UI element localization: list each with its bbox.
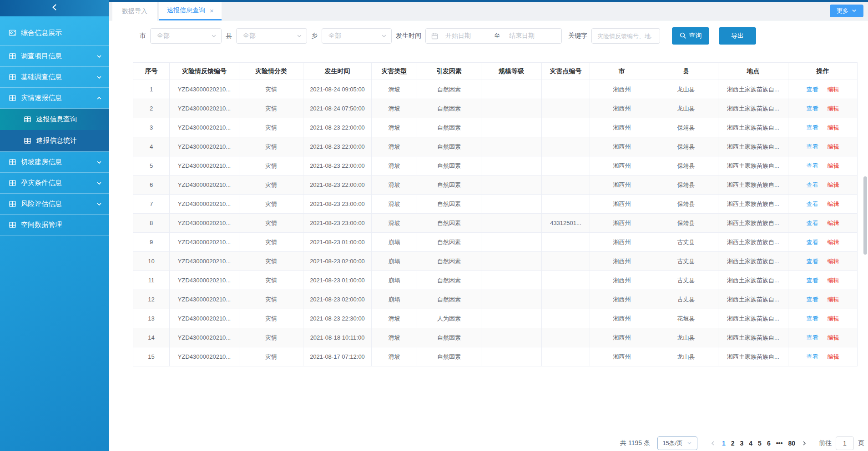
sidebar-subitem[interactable]: 速报信息统计 [0, 130, 109, 151]
sidebar-item[interactable]: 综合信息展示 [0, 20, 109, 46]
view-link[interactable]: 查看 [807, 334, 818, 341]
table-icon [24, 115, 31, 123]
view-link[interactable]: 查看 [807, 220, 818, 226]
cell-no: 13 [133, 309, 170, 328]
cell-actions: 查看编辑 [788, 80, 858, 99]
county-select[interactable]: 全部 [236, 28, 307, 44]
edit-link[interactable]: 编辑 [828, 296, 839, 303]
sidebar-menu: 综合信息展示调查项目信息基础调查信息灾情速报信息速报信息查询速报信息统计切坡建房… [0, 16, 109, 236]
page-number[interactable]: 6 [767, 440, 771, 447]
page-number[interactable]: 2 [731, 440, 735, 447]
sidebar-item[interactable]: 基础调查信息 [0, 67, 109, 88]
page-ellipsis[interactable]: ••• [776, 440, 783, 447]
cell-county: 保靖县 [654, 137, 718, 156]
cell-scale [481, 195, 542, 214]
cell-type: 滑坡 [372, 156, 417, 175]
goto-page-input[interactable] [836, 436, 854, 450]
sidebar-item[interactable]: 风险评估信息 [0, 194, 109, 215]
edit-link[interactable]: 编辑 [828, 220, 839, 226]
table-row: 13YZD43000020210...灾情2021-08-23 22:30:00… [133, 309, 858, 328]
view-link[interactable]: 查看 [807, 277, 818, 284]
edit-link[interactable]: 编辑 [828, 353, 839, 360]
edit-link[interactable]: 编辑 [828, 258, 839, 265]
filter-bar: 市 全部 县 全部 乡 全部 发生时间 开始日期 至 结束 [109, 27, 868, 45]
view-link[interactable]: 查看 [807, 239, 818, 246]
cell-factor: 自然因素 [417, 290, 481, 309]
edit-link[interactable]: 编辑 [828, 334, 839, 341]
edit-link[interactable]: 编辑 [828, 162, 839, 169]
app-root: 综合信息展示调查项目信息基础调查信息灾情速报信息速报信息查询速报信息统计切坡建房… [0, 0, 868, 451]
cell-point [542, 328, 590, 347]
city-select[interactable]: 全部 [150, 28, 222, 44]
tab-report-query[interactable]: 速报信息查询 × [159, 2, 222, 20]
page-number[interactable]: 5 [758, 440, 762, 447]
town-select[interactable]: 全部 [322, 28, 392, 44]
view-link[interactable]: 查看 [807, 200, 818, 207]
edit-link[interactable]: 编辑 [828, 277, 839, 284]
cell-time: 2021-08-24 07:50:00 [303, 99, 372, 118]
edit-link[interactable]: 编辑 [828, 239, 839, 246]
column-header: 灾险情分类 [239, 63, 303, 80]
more-button[interactable]: 更多 [830, 5, 863, 17]
cell-county: 保靖县 [654, 175, 718, 195]
edit-link[interactable]: 编辑 [828, 200, 839, 207]
view-link[interactable]: 查看 [807, 162, 818, 169]
view-link[interactable]: 查看 [807, 258, 818, 265]
view-link[interactable]: 查看 [807, 124, 818, 131]
tab-data-import[interactable]: 数据导入 [112, 2, 157, 20]
cell-time: 2021-08-23 01:00:00 [303, 233, 372, 252]
view-link[interactable]: 查看 [807, 86, 818, 93]
view-link[interactable]: 查看 [807, 181, 818, 188]
view-link[interactable]: 查看 [807, 315, 818, 322]
view-link[interactable]: 查看 [807, 296, 818, 303]
sidebar-item[interactable]: 孕灾条件信息 [0, 173, 109, 194]
cell-city: 湘西州 [590, 252, 654, 271]
prev-page-icon[interactable] [707, 441, 719, 446]
cell-point [542, 290, 590, 309]
sidebar-item-label: 空间数据管理 [21, 220, 62, 229]
view-link[interactable]: 查看 [807, 353, 818, 360]
sidebar-collapse-button[interactable] [0, 0, 109, 16]
page-unit-label: 页 [858, 439, 864, 447]
cell-city: 湘西州 [590, 347, 654, 366]
cell-time: 2021-08-23 01:00:00 [303, 271, 372, 290]
cell-code: YZD43000020210... [170, 175, 239, 195]
page-size-select[interactable]: 15条/页 [657, 436, 697, 450]
cell-actions: 查看编辑 [788, 99, 858, 118]
sidebar-item-label: 基础调查信息 [21, 73, 62, 81]
sidebar-subitem-label: 速报信息查询 [36, 115, 77, 124]
page-number[interactable]: 1 [722, 440, 726, 447]
page-number[interactable]: 3 [740, 440, 744, 447]
search-icon [680, 32, 686, 40]
edit-link[interactable]: 编辑 [828, 86, 839, 93]
cell-place: 湘西土家族苗族自... [718, 80, 788, 99]
view-link[interactable]: 查看 [807, 105, 818, 112]
cell-county: 古丈县 [654, 252, 718, 271]
edit-link[interactable]: 编辑 [828, 181, 839, 188]
export-button[interactable]: 导出 [719, 27, 756, 45]
page-number[interactable]: 80 [788, 440, 795, 447]
page-number[interactable]: 4 [749, 440, 752, 447]
sidebar-item[interactable]: 灾情速报信息 [0, 88, 109, 109]
date-range-picker[interactable]: 开始日期 至 结束日期 [425, 28, 562, 44]
sidebar-subitem[interactable]: 速报信息查询 [0, 109, 109, 130]
edit-link[interactable]: 编辑 [828, 315, 839, 322]
keyword-input[interactable] [591, 28, 660, 44]
edit-link[interactable]: 编辑 [828, 105, 839, 112]
cell-factor: 自然因素 [417, 175, 481, 195]
tab-bar: 数据导入 速报信息查询 × 更多 [109, 2, 868, 20]
sidebar-item[interactable]: 切坡建房信息 [0, 152, 109, 173]
search-button[interactable]: 查询 [672, 27, 709, 45]
edit-link[interactable]: 编辑 [828, 143, 839, 150]
next-page-icon[interactable] [798, 441, 811, 446]
cell-actions: 查看编辑 [788, 233, 858, 252]
close-icon[interactable]: × [210, 7, 214, 14]
edit-link[interactable]: 编辑 [828, 124, 839, 131]
view-link[interactable]: 查看 [807, 143, 818, 150]
sidebar-item[interactable]: 调查项目信息 [0, 46, 109, 67]
cell-place: 湘西土家族苗族自... [718, 175, 788, 195]
scrollbar[interactable] [863, 176, 867, 255]
table-row: 10YZD43000020210...灾情2021-08-23 02:00:00… [133, 252, 858, 271]
sidebar-item[interactable]: 空间数据管理 [0, 215, 109, 236]
cell-cls: 灾情 [239, 195, 303, 214]
